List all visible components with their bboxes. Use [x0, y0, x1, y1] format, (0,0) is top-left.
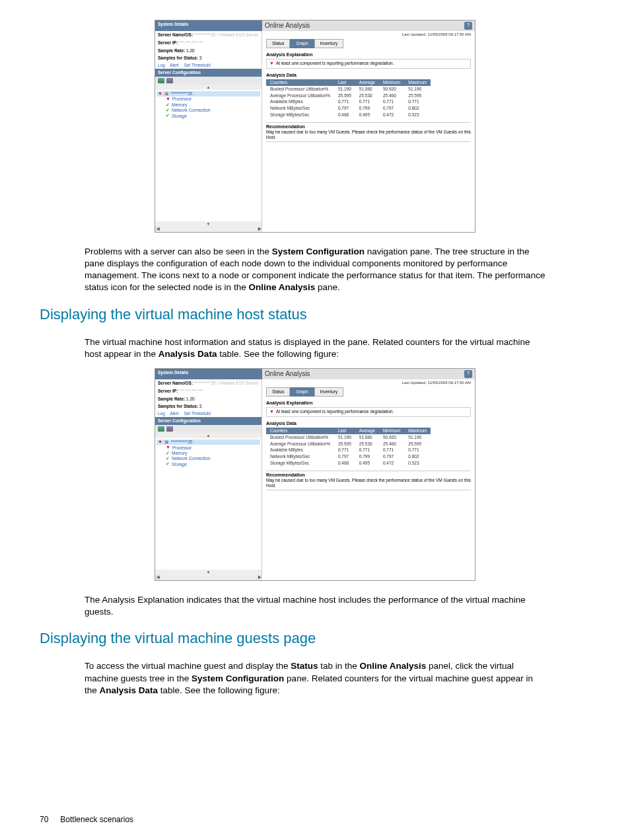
analysis-data-table: Counters Last Average Minimum Maximum Bu… [266, 79, 431, 118]
page-number: 70 [40, 815, 48, 824]
warning-icon: ▼ [158, 91, 162, 96]
tree-processor[interactable]: ▼Processor [157, 445, 260, 450]
col-counters: Counters [266, 79, 334, 86]
tab-status[interactable]: Status [266, 387, 290, 397]
server-icon: ▣ [164, 91, 169, 96]
tree-scroll-up[interactable]: ▲ [155, 433, 262, 438]
link-set-threshold[interactable]: Set Threshold [184, 63, 211, 67]
table-row: Busiest Processor Utilization%51.19051.0… [266, 86, 431, 93]
tree-h-scroll[interactable]: ◀▶ [155, 227, 262, 232]
scroll-right-icon[interactable]: ▶ [257, 227, 262, 231]
table-row: Average Processor Utilization%25.59525.5… [266, 93, 431, 99]
warning-icon: ▼ [158, 439, 162, 445]
paragraph-2: The virtual machine host information and… [85, 336, 545, 360]
paragraph-4: To access the virtual machine guest and … [85, 660, 545, 697]
link-alert[interactable]: Alert [170, 411, 178, 416]
page-footer: 70Bottleneck scenarios [40, 815, 133, 824]
tree-root[interactable]: ▼▣**********35 [157, 91, 260, 96]
recommendation-title: Recommendation [266, 473, 471, 478]
tree-memory-label: Memory [172, 102, 187, 108]
tree-processor[interactable]: ▼Processor [157, 96, 260, 102]
col-last: Last [334, 79, 355, 86]
table-row: Network MBytes/Sec0.7970.7990.7970.802 [266, 453, 431, 460]
tab-graph[interactable]: Graph [290, 387, 314, 397]
col-average: Average [355, 79, 379, 86]
tab-inventory[interactable]: Inventory [314, 39, 344, 48]
server-tree: ▼▣**********35 ▼Processor ✔Memory ✔Netwo… [155, 90, 262, 221]
tree-storage[interactable]: ✔Storage [157, 113, 260, 118]
help-icon[interactable]: ? [464, 22, 472, 30]
table-row: Available MBytes0.7710.7710.7710.771 [266, 447, 431, 453]
tree-processor-label: Processor [172, 445, 192, 451]
col-minimum: Minimum [379, 428, 404, 434]
tree-storage-label: Storage [172, 114, 187, 119]
last-updated-value: 11/05/2009 06:17:50 AM [428, 381, 471, 385]
scroll-left-icon[interactable]: ◀ [155, 227, 160, 231]
tab-inventory[interactable]: Inventory [314, 387, 344, 397]
expand-all-icon[interactable] [158, 78, 164, 83]
link-alert[interactable]: Alert [170, 63, 178, 67]
samples-status-label: Samples for Status: [158, 404, 198, 408]
tree-scroll-down[interactable]: ▼ [155, 221, 262, 227]
server-name-os-label: Server Name/OS: [158, 381, 193, 385]
tree-memory[interactable]: ✔Memory [157, 451, 260, 456]
tab-graph[interactable]: Graph [290, 39, 314, 48]
ok-icon: ✔ [166, 102, 170, 108]
link-log[interactable]: Log [158, 411, 165, 416]
tree-root-label: **********35 [171, 91, 193, 96]
server-ip-value: ***.***.***.*** [179, 40, 203, 45]
tree-network[interactable]: ✔Network Connection [157, 456, 260, 461]
server-icon: ▣ [164, 439, 169, 445]
paragraph-1: Problems with a server can also be seen … [85, 246, 545, 294]
tree-memory[interactable]: ✔Memory [157, 102, 260, 108]
scroll-right-icon[interactable]: ▶ [257, 575, 262, 580]
sample-rate-value: 1.20 [186, 397, 195, 401]
link-log[interactable]: Log [158, 63, 165, 67]
analysis-explanation-text: At least one component is reporting perf… [276, 409, 394, 414]
warning-icon: ▼ [269, 409, 274, 414]
sample-rate-label: Sample Rate: [158, 48, 185, 53]
server-name-os-value: **********35 / VMware ESX Server [194, 381, 259, 385]
ok-icon: ✔ [166, 456, 170, 461]
tree-scroll-up[interactable]: ▲ [155, 85, 262, 90]
ok-icon: ✔ [166, 451, 170, 456]
tab-status[interactable]: Status [266, 39, 290, 48]
tree-network-label: Network Connection [172, 108, 211, 113]
table-row: Network MBytes/Sec0.7970.7990.7970.802 [266, 105, 431, 112]
screenshot-online-analysis-1: System Details Online Analysis ? Server … [155, 20, 475, 233]
ok-icon: ✔ [166, 113, 170, 118]
table-row: Storage MBytes/Sec0.4880.4950.4720.523 [266, 112, 431, 118]
server-name-os-value: **********35 / VMware ESX Server [194, 32, 259, 37]
col-minimum: Minimum [379, 79, 404, 86]
link-set-threshold[interactable]: Set Threshold [184, 411, 211, 416]
server-tree: ▼▣**********35 ▼Processor ✔Memory ✔Netwo… [155, 438, 262, 570]
last-updated-label: Last Updated: [402, 381, 427, 385]
table-row: Average Processor Utilization%25.59525.5… [266, 441, 431, 447]
tree-h-scroll[interactable]: ◀▶ [155, 575, 262, 580]
tree-network-label: Network Connection [172, 456, 211, 461]
recommendation-text: May be caused due to too many VM Guests.… [266, 130, 471, 140]
analysis-data-title: Analysis Data [266, 421, 471, 426]
collapse-all-icon[interactable] [166, 78, 173, 83]
tree-processor-label: Processor [172, 96, 192, 102]
help-icon[interactable]: ? [464, 370, 472, 378]
online-analysis-title: Online Analysis [265, 370, 310, 378]
scroll-left-icon[interactable]: ◀ [155, 575, 160, 580]
ok-icon: ✔ [166, 461, 170, 467]
analysis-data-table: Counters Last Average Minimum Maximum Bu… [266, 428, 431, 467]
tree-root[interactable]: ▼▣**********35 [157, 439, 260, 445]
heading-vm-guests-page: Displaying the virtual machine guests pa… [40, 630, 590, 647]
footer-section: Bottleneck scenarios [60, 815, 133, 824]
online-analysis-title: Online Analysis [265, 22, 310, 30]
tree-storage[interactable]: ✔Storage [157, 461, 260, 467]
col-maximum: Maximum [404, 79, 431, 86]
tree-toolbar [155, 77, 262, 85]
tree-scroll-down[interactable]: ▼ [155, 570, 262, 575]
expand-all-icon[interactable] [158, 426, 164, 432]
sample-rate-value: 1.20 [186, 48, 195, 53]
analysis-explanation-title: Analysis Explanation [266, 52, 471, 57]
sample-rate-label: Sample Rate: [158, 397, 185, 401]
collapse-all-icon[interactable] [166, 426, 173, 432]
tree-network[interactable]: ✔Network Connection [157, 108, 260, 113]
heading-vm-host-status: Displaying the virtual machine host stat… [40, 306, 590, 323]
